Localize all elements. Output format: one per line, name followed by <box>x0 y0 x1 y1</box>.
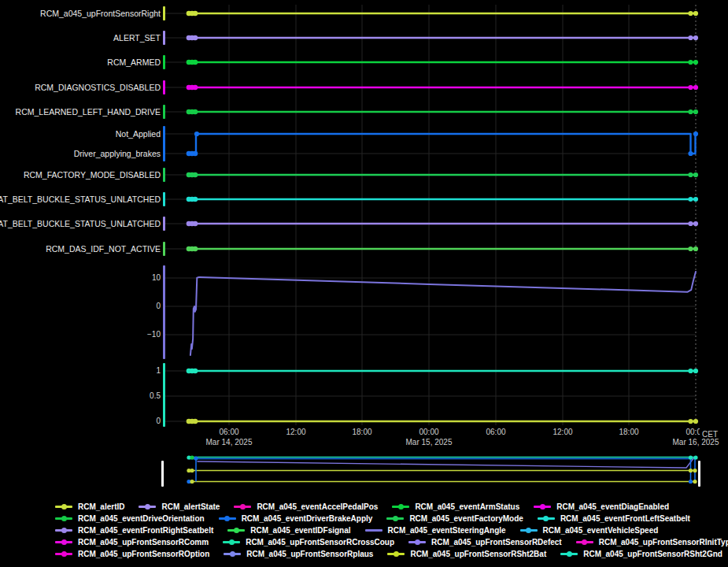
legend-marker-icon <box>55 502 72 511</box>
legend-marker-icon <box>408 538 426 547</box>
x-tick-label: 00:00 <box>419 428 438 437</box>
x-date-label: Mar 14, 2025 <box>206 438 253 447</box>
legend-item-label: RCM_a045_upFrontSensorRSht2Gnd <box>583 550 722 558</box>
legend-item-label: RCM_a045_eventArmStatus <box>415 502 519 511</box>
legend-marker-icon <box>560 550 578 558</box>
legend-row: RCM_a045_upFrontSensorRCommRCM_a045_upFr… <box>55 537 728 547</box>
legend-marker-icon <box>55 514 72 523</box>
plot-area[interactable] <box>0 0 728 498</box>
legend-item[interactable]: RCM_a045_eventDriveOrientation <box>55 514 205 523</box>
legend-marker-icon <box>55 526 72 535</box>
legend-item[interactable]: RCM_a045_eventDiagEnabled <box>534 502 669 511</box>
legend-item[interactable]: RCM_alertID <box>55 502 124 511</box>
legend-item-label: RCM_alertState <box>161 502 220 511</box>
legend-row: RCM_alertIDRCM_alertStateRCM_a045_eventA… <box>55 502 728 512</box>
legend-marker-icon <box>219 514 236 523</box>
legend-item-label: RCM_a045_eventFrontRightSeatbelt <box>78 526 213 535</box>
legend-marker-icon <box>538 514 555 523</box>
legend-item[interactable]: RCM_a045_eventAccelPedalPos <box>234 502 378 511</box>
legend-item[interactable]: RCM_a045_eventArmStatus <box>392 502 519 511</box>
timezone-label: CET <box>702 430 718 439</box>
legend-item[interactable]: RCM_a045_upFrontSensorRplaus <box>224 550 373 558</box>
legend-marker-icon <box>227 526 245 535</box>
legend-item-label: RCM_a045_upFrontSensorRInitTyp <box>599 538 728 547</box>
legend-marker-icon <box>534 502 551 511</box>
legend-item[interactable]: RCM_a045_upFrontSensorRCrossCoup <box>223 538 394 547</box>
legend-item[interactable]: RCM_a045_eventSteeringAngle <box>365 526 506 535</box>
legend-item-label: RCM_a045_eventFactoryMode <box>409 514 523 523</box>
legend-marker-icon <box>234 502 251 511</box>
legend-item-label: RCM_a045_eventSteeringAngle <box>388 526 506 535</box>
legend-item-label: RCM_a045_eventIDFsignal <box>250 526 350 535</box>
legend-item[interactable]: RCM_a045_eventIDFsignal <box>227 526 350 535</box>
chart-legend: RCM_alertIDRCM_alertStateRCM_a045_eventA… <box>55 502 728 559</box>
legend-item-label: RCM_alertID <box>78 502 124 511</box>
range-slider-left-handle[interactable] <box>161 461 164 487</box>
x-tick-clip: 00:00 <box>669 428 700 437</box>
legend-marker-icon <box>223 538 240 547</box>
legend-marker-icon <box>387 550 405 558</box>
legend-item-label: RCM_a045_eventDiagEnabled <box>556 502 669 511</box>
legend-item[interactable]: RCM_a045_upFrontSensorRSht2Bat <box>387 550 546 558</box>
legend-item[interactable]: RCM_a045_eventFactoryMode <box>386 514 523 523</box>
legend-item[interactable]: RCM_a045_eventFrontLeftSeatbelt <box>538 514 690 523</box>
legend-item-label: RCM_a045_upFrontSensorRCrossCoup <box>246 538 394 547</box>
legend-item-label: RCM_a045_upFrontSensorRSht2Bat <box>410 550 546 558</box>
legend-row: RCM_a045_eventFrontRightSeatbeltRCM_a045… <box>55 525 728 536</box>
legend-item[interactable]: RCM_a045_eventVehicleSpeed <box>520 526 659 535</box>
legend-marker-icon <box>365 526 382 535</box>
legend-marker-icon <box>576 538 593 547</box>
x-tick-label: 00:00 <box>686 428 700 437</box>
legend-item-label: RCM_a045_upFrontSensorRplaus <box>246 550 373 558</box>
legend-item[interactable]: RCM_a045_upFrontSensorRDefect <box>408 538 562 547</box>
legend-item-label: RCM_a045_upFrontSensorRDefect <box>431 538 562 547</box>
x-tick-label: 18:00 <box>352 428 371 437</box>
x-tick-label: 18:00 <box>619 428 638 437</box>
legend-item-label: RCM_a045_eventFrontLeftSeatbelt <box>560 514 690 523</box>
x-tick-label: 12:00 <box>286 428 305 437</box>
legend-item[interactable]: RCM_a045_upFrontSensorRComm <box>55 538 209 547</box>
range-slider-right-handle[interactable] <box>698 461 700 487</box>
legend-marker-icon <box>55 550 72 558</box>
legend-row: RCM_a045_eventDriveOrientationRCM_a045_e… <box>55 513 728 524</box>
legend-item-label: RCM_a045_eventDriverBrakeApply <box>242 514 373 523</box>
legend-item[interactable]: RCM_a045_upFrontSensorRSht2Gnd <box>560 550 722 558</box>
signal-timeline-chart: RCM_a045_upFrontSensorRight ALERT_SET RC… <box>0 0 728 567</box>
legend-item-label: RCM_a045_eventVehicleSpeed <box>543 526 659 535</box>
x-tick-label: 06:00 <box>486 428 505 437</box>
legend-marker-icon <box>386 514 404 523</box>
legend-item-label: RCM_a045_upFrontSensorROption <box>78 550 209 558</box>
legend-marker-icon <box>224 550 241 558</box>
legend-item[interactable]: RCM_alertState <box>139 502 220 511</box>
x-tick-label: 12:00 <box>552 428 572 437</box>
legend-item[interactable]: RCM_a045_upFrontSensorRInitTyp <box>576 538 728 547</box>
legend-marker-icon <box>520 526 538 535</box>
legend-item[interactable]: RCM_a045_upFrontSensorROption <box>55 550 209 558</box>
x-tick-label: 06:00 <box>219 428 238 437</box>
x-date-label: Mar 15, 2025 <box>406 438 453 447</box>
legend-item[interactable]: RCM_a045_eventDriverBrakeApply <box>219 514 373 523</box>
legend-row: RCM_a045_upFrontSensorROptionRCM_a045_up… <box>55 549 728 559</box>
x-date-label: Mar 16, 2025 <box>673 438 719 447</box>
legend-marker-icon <box>139 502 156 511</box>
legend-marker-icon <box>392 502 409 511</box>
legend-item-label: RCM_a045_eventDriveOrientation <box>78 514 205 523</box>
legend-item-label: RCM_a045_eventAccelPedalPos <box>257 502 378 511</box>
legend-marker-icon <box>55 538 72 547</box>
legend-item-label: RCM_a045_upFrontSensorRComm <box>78 538 209 547</box>
legend-item[interactable]: RCM_a045_eventFrontRightSeatbelt <box>55 526 213 535</box>
